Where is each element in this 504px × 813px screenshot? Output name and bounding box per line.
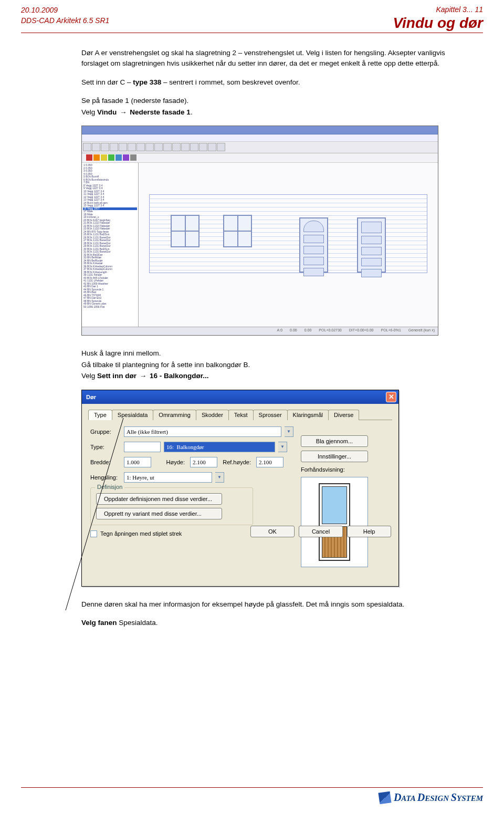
cad-statusbar: A:00.000.00POL+0.02730DIT+0.00+0.00POL+6… [82, 327, 438, 335]
help-button[interactable]: Help [347, 526, 391, 537]
tab-spesialdata[interactable]: Spesialdata [112, 410, 154, 420]
p2-a: Sett inn dør C – [81, 78, 133, 86]
refhoyde-input[interactable] [256, 457, 284, 467]
paragraph-8: Denne døren skal ha mer informasjon for … [81, 599, 462, 610]
paragraph-3: Se på fasade 1 (nederste fasade). [81, 96, 462, 106]
paragraph-2: Sett inn dør C – type 338 – sentrert i r… [81, 77, 462, 88]
facade-window [223, 215, 252, 247]
tegn-checkbox[interactable] [90, 530, 97, 537]
type-name-select[interactable] [164, 442, 275, 452]
header-title: Vindu og dør [393, 14, 483, 32]
close-icon[interactable]: ✕ [386, 392, 396, 402]
dialog-tabs: Type Spesialdata Omramming Skodder Tekst… [88, 409, 392, 420]
hoyde-input[interactable] [190, 457, 217, 467]
p9-a: Velg fanen [81, 619, 119, 627]
facade-drawing [149, 194, 427, 273]
p7-a: Velg [81, 372, 97, 380]
paragraph-4: Velg Vindu → Nederste fasade 1. [81, 107, 462, 118]
paragraph-9: Velg fanen Spesialdata. [81, 618, 462, 628]
preview-glass-panel [322, 486, 347, 524]
cube-icon [379, 792, 391, 804]
header-chapter: Kapittel 3... 11 [393, 5, 483, 14]
tab-klaringsmal[interactable]: Klaringsmål [287, 410, 329, 420]
footer-separator [21, 787, 483, 788]
paragraph-1: Dør A er venstrehengslet og skal ha slag… [81, 48, 462, 68]
footer-logo: DATA DESIGN SYSTEM [379, 791, 483, 804]
cad-titlebar [82, 126, 438, 134]
p2-c: – sentrert i rommet, som beskrevet ovenf… [161, 78, 300, 86]
cad-color-toolbar [82, 153, 438, 163]
label-refhoyde: Ref.høyde: [220, 459, 253, 465]
definisjon-group: Definisjon Oppdater definisjonen med dis… [90, 487, 253, 525]
label-type: Type: [90, 444, 121, 450]
cad-toolbar [82, 142, 438, 153]
dialog-title: Dør [86, 394, 96, 400]
chevron-down-icon[interactable]: ▼ [285, 426, 293, 437]
tab-diverse[interactable]: Diverse [328, 410, 359, 420]
p4-c: Nederste fasade 1 [130, 108, 191, 116]
bla-gjennom-button[interactable]: Bla gjennom... [301, 435, 368, 447]
paragraph-7: Velg Sett inn dør → 16 - Balkongdør... [81, 371, 462, 381]
p4-b: Vindu [97, 108, 117, 116]
door-dialog: Dør ✕ Type Spesialdata Omramming Skodder… [81, 390, 399, 587]
chevron-down-icon[interactable]: ▼ [215, 472, 224, 483]
label-gruppe: Gruppe: [90, 429, 121, 435]
paragraph-6: Gå tilbake til plantegning for å sette i… [81, 360, 462, 370]
door-preview [301, 477, 368, 567]
facade-door [299, 217, 328, 273]
p2-b: type 338 [133, 78, 161, 86]
p7-c: 16 - Balkongdør... [150, 372, 209, 380]
innstillinger-button[interactable]: Innstillinger... [301, 451, 368, 462]
bredde-input[interactable] [124, 457, 151, 467]
chevron-down-icon[interactable]: ▼ [278, 442, 287, 452]
p7-b: Sett inn dør [97, 372, 136, 380]
label-hoyde: Høyde: [154, 459, 187, 465]
tab-sprosser[interactable]: Sprosser [253, 410, 288, 420]
label-bredde: Bredde: [90, 459, 121, 465]
opprett-button[interactable]: Opprett ny variant med disse verdier... [96, 508, 222, 519]
cad-menubar [82, 134, 438, 142]
tab-type[interactable]: Type [88, 410, 112, 420]
arrow-icon: → [117, 108, 130, 116]
p4-a: Velg [81, 108, 97, 116]
page-header: 20.10.2009 DDS-CAD Arkitekt 6.5 SR1 Kapi… [21, 5, 483, 33]
tab-omramming[interactable]: Omramming [153, 410, 196, 420]
label-tegn-check: Tegn åpningen med stiplet strek [100, 530, 182, 537]
cad-canvas [139, 163, 438, 327]
hengsling-select[interactable] [124, 472, 212, 483]
tab-tekst[interactable]: Tekst [228, 410, 254, 420]
facade-door [357, 217, 386, 273]
header-date: 20.10.2009 [21, 5, 109, 16]
cancel-button[interactable]: Cancel [299, 526, 343, 537]
type-code-input[interactable] [124, 442, 161, 452]
paragraph-5: Husk å lagre inni mellom. [81, 348, 462, 359]
facade-window [171, 215, 200, 247]
screenshot-facade-view: 1 0.3502 0.3503 0.3504 0.350 5 BOk Bunnf… [81, 126, 438, 336]
arrow-icon: → [136, 372, 150, 380]
label-definisjon: Definisjon [95, 484, 124, 490]
ok-button[interactable]: OK [250, 526, 295, 537]
dialog-titlebar: Dør ✕ [82, 390, 398, 404]
p9-b: Spesialdata. [119, 619, 158, 627]
header-subtitle: DDS-CAD Arkitekt 6.5 SR1 [21, 16, 109, 26]
label-forhandsvisning: Forhåndsvisning: [301, 466, 389, 473]
label-hengsling: Hengsling: [90, 474, 121, 481]
cad-sidebar: 1 0.3502 0.3503 0.3504 0.350 5 BOk Bunnf… [82, 163, 139, 327]
tab-skodder[interactable]: Skodder [196, 410, 229, 420]
oppdater-button[interactable]: Oppdater definisjonen med disse verdier.… [96, 493, 222, 505]
gruppe-select[interactable] [124, 426, 281, 437]
